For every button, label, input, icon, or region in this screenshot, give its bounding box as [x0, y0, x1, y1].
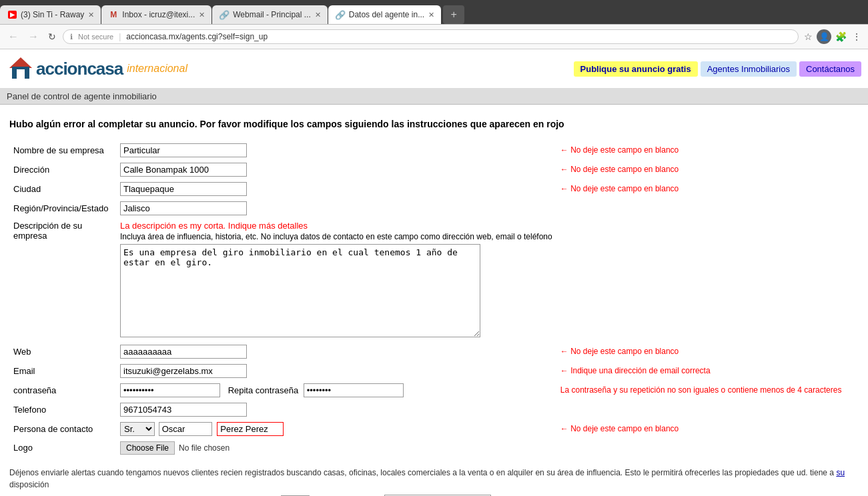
nombre-label: Nombre de su empresa: [9, 141, 116, 160]
contrasena-label: contraseña: [9, 381, 116, 400]
address-actions: ☆ 👤 🧩 ⋮: [803, 29, 863, 44]
link-icon-4: 🔗: [335, 9, 346, 20]
address-bar: ← → ↻ ℹ Not secure | accioncasa.mx/agent…: [0, 24, 868, 49]
tab-gmail[interactable]: M Inbox - icruz@itexi... ✕: [101, 5, 211, 24]
repita-label: Repita contraseña: [228, 385, 299, 395]
region-input[interactable]: [120, 201, 247, 215]
direccion-input[interactable]: [120, 163, 247, 177]
tab-label-1: (3) Sin Ti - Raway: [21, 10, 84, 19]
descripcion-cell: La descripción es my corta. Indique más …: [116, 218, 859, 342]
direccion-input-cell: [116, 160, 556, 179]
forward-button[interactable]: →: [25, 29, 41, 44]
logo-casa: casa: [87, 59, 123, 79]
tab-close-4[interactable]: ✕: [428, 11, 434, 19]
alert-text: Déjenos enviarle alertas cuando tengamos…: [9, 467, 859, 491]
tab-close-1[interactable]: ✕: [88, 11, 94, 19]
security-label: Not secure: [78, 33, 113, 41]
direccion-row: Dirección ← No deje este campo en blanco: [9, 160, 859, 179]
user-button[interactable]: 👤: [817, 29, 831, 44]
telefono-row: Telefono: [9, 400, 859, 419]
youtube-icon: ▶: [7, 9, 17, 20]
persona-first-input[interactable]: [159, 422, 212, 436]
nombre-input[interactable]: [120, 143, 247, 157]
extensions-button[interactable]: 🧩: [834, 30, 848, 43]
tab-youtube[interactable]: ▶ (3) Sin Ti - Raway ✕: [0, 5, 101, 24]
address-input[interactable]: ℹ Not secure | accioncasa.mx/agents.cgi?…: [63, 29, 799, 44]
svg-marker-0: [9, 57, 32, 68]
repita-input[interactable]: [304, 383, 404, 397]
nav-links: Publique su anuncio gratis Agentes Inmob…: [574, 61, 861, 77]
contrasena-input[interactable]: [120, 383, 220, 397]
tab-close-3[interactable]: ✕: [315, 11, 321, 19]
email-error: ← Indique una dirección de email correct…: [556, 361, 859, 381]
more-button[interactable]: ⋮: [851, 30, 863, 43]
tab-label-4: Datos del agente in...: [349, 10, 424, 19]
nav-link-agents[interactable]: Agentes Inmobiliarios: [701, 61, 797, 77]
repita-error: La contraseña y su repetición no son igu…: [556, 381, 859, 400]
tab-datos[interactable]: 🔗 Datos del agente in... ✕: [328, 5, 441, 24]
region-row: Región/Provincia/Estado: [9, 199, 859, 218]
email-input-cell: [116, 361, 556, 381]
ciudad-input-cell: [116, 179, 556, 199]
descripcion-textarea[interactable]: Es una empresa del giro inmobiliario en …: [120, 244, 480, 337]
form-table: Nombre de su empresa ← No deje este camp…: [9, 141, 859, 457]
logo-internacional: internacional: [127, 63, 187, 75]
tab-label-2: Inbox - icruz@itexi...: [122, 10, 195, 19]
logo-cell: Choose File No file chosen: [116, 439, 556, 457]
alert-section: Déjenos enviarle alertas cuando tengamos…: [9, 467, 859, 496]
alert-link[interactable]: su: [836, 468, 845, 477]
telefono-label: Telefono: [9, 400, 116, 419]
new-tab-icon: +: [450, 9, 456, 21]
persona-error: ← No deje este campo en blanco: [556, 419, 859, 439]
web-error: ← No deje este campo en blanco: [556, 342, 859, 361]
logo-accion: accion: [36, 59, 87, 79]
tab-new[interactable]: +: [443, 5, 464, 24]
nav-link-publish[interactable]: Publique su anuncio gratis: [574, 61, 698, 77]
gmail-icon: M: [108, 9, 119, 20]
web-row: Web ← No deje este campo en blanco: [9, 342, 859, 361]
descripcion-label: Descripción de su empresa: [9, 218, 116, 342]
bookmark-button[interactable]: ☆: [803, 30, 814, 43]
address-text: accioncasa.mx/agents.cgi?self=sign_up: [126, 32, 268, 41]
region-label: Región/Provincia/Estado: [9, 199, 116, 218]
back-button[interactable]: ←: [5, 29, 21, 44]
reload-button[interactable]: ↻: [45, 30, 59, 43]
descripcion-hint: Incluya área de influencia, historia, et…: [120, 232, 855, 241]
contrasena-cell: Repita contraseña: [116, 381, 556, 400]
ciudad-row: Ciudad ← No deje este campo en blanco: [9, 179, 859, 199]
choose-file-button[interactable]: Choose File: [120, 441, 175, 455]
descripcion-error: La descripción es my corta. Indique más …: [120, 221, 855, 231]
tab-label-3: Webmail - Principal ...: [233, 10, 310, 19]
file-row: Choose File No file chosen: [120, 441, 552, 455]
logo-label: Logo: [9, 439, 116, 457]
persona-row: Persona de contacto Sr. Sra. Srta. ← No …: [9, 419, 859, 439]
logo[interactable]: accion casa internacional: [7, 55, 187, 83]
tab-close-2[interactable]: ✕: [199, 11, 205, 19]
web-input[interactable]: [120, 345, 247, 359]
nav-link-contact[interactable]: Contáctanos: [799, 61, 861, 77]
direccion-label: Dirección: [9, 160, 116, 179]
web-label: Web: [9, 342, 116, 361]
persona-last-input[interactable]: [217, 422, 284, 436]
site-header: accion casa internacional Publique su an…: [0, 49, 868, 89]
email-input[interactable]: [120, 364, 247, 378]
email-row: Email ← Indique una dirección de email c…: [9, 361, 859, 381]
security-icon: ℹ: [70, 33, 73, 41]
tab-webmail[interactable]: 🔗 Webmail - Principal ... ✕: [212, 5, 327, 24]
nombre-input-cell: [116, 141, 556, 160]
telefono-input-cell: [116, 400, 556, 419]
ciudad-error: ← No deje este campo en blanco: [556, 179, 859, 199]
logo-row: Logo Choose File No file chosen: [9, 439, 859, 457]
region-input-cell: [116, 199, 556, 218]
ciudad-label: Ciudad: [9, 179, 116, 199]
ciudad-input[interactable]: [120, 182, 247, 196]
nombre-row: Nombre de su empresa ← No deje este camp…: [9, 141, 859, 160]
email-label: Email: [9, 361, 116, 381]
telefono-input[interactable]: [120, 403, 247, 417]
browser-chrome: ▶ (3) Sin Ti - Raway ✕ M Inbox - icruz@i…: [0, 0, 868, 49]
logo-house-icon: [7, 55, 35, 83]
persona-cell: Sr. Sra. Srta.: [116, 419, 556, 439]
panel-title: Panel de control de agente inmobiliario: [7, 91, 157, 101]
persona-salutation-select[interactable]: Sr. Sra. Srta.: [120, 422, 155, 436]
link-icon-3: 🔗: [219, 9, 230, 20]
